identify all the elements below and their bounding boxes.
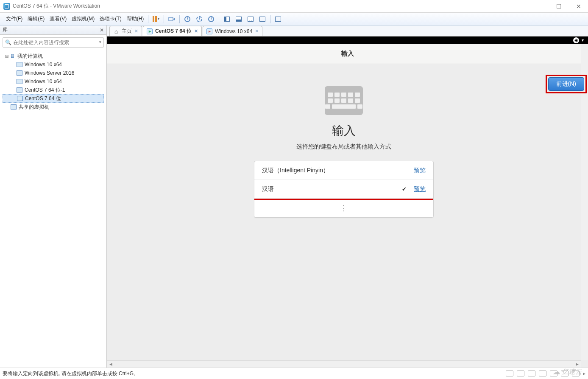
cloud-icon: ☁ — [552, 367, 560, 376]
tab-centos[interactable]: CentOS 7 64 位 ✕ — [143, 26, 202, 36]
tray-network-icon[interactable] — [528, 371, 535, 376]
main-area: 主页 ✕ CentOS 7 64 位 ✕ Windows 10 x64 ✕ ◉ … — [107, 25, 588, 368]
menu-tabs[interactable]: 选项卡(T) — [97, 14, 124, 24]
tree-item-vm[interactable]: CentOS 7 64 位-1 — [3, 86, 104, 94]
library-close-button[interactable]: ✕ — [100, 27, 104, 33]
tab-bar: 主页 ✕ CentOS 7 64 位 ✕ Windows 10 x64 ✕ — [107, 25, 588, 36]
vm-icon — [16, 61, 23, 68]
option-label: 汉语 — [262, 185, 402, 193]
tab-windows10[interactable]: Windows 10 x64 ✕ — [203, 26, 262, 36]
gnome-subheading: 选择您的键盘布局或者其他输入方式 — [107, 143, 581, 151]
input-method-list: 汉语（Intelligent Pinyin） 预览 汉语 ✔ 预览 ⋮ — [254, 161, 434, 218]
console-view-button[interactable] — [273, 14, 284, 24]
watermark-text: 亿速云 — [562, 368, 582, 376]
tab-label: Windows 10 x64 — [215, 28, 252, 34]
more-icon: ⋮ — [340, 203, 348, 213]
library-search-input[interactable] — [3, 37, 104, 48]
vm-display[interactable]: 输入 输入 选择您的键盘布局或者其他输入方式 汉语（Intelligent Pi… — [107, 44, 588, 368]
tree-root-mycomputer[interactable]: ⊟ 我的计算机 — [3, 52, 104, 60]
status-text: 要将输入定向到该虚拟机, 请在虚拟机内部单击或按 Ctrl+G。 — [3, 370, 139, 377]
layout-sidebar-button[interactable] — [221, 14, 232, 24]
gnome-topbar: ◉ ▾ — [107, 36, 588, 44]
window-maximize-button[interactable]: ☐ — [553, 2, 565, 11]
tree-item-vm[interactable]: Windows Server 2016 — [3, 69, 104, 77]
tab-home[interactable]: 主页 ✕ — [109, 26, 142, 36]
tree-item-vm[interactable]: Windows 10 x64 — [3, 77, 104, 86]
tree-root-shared[interactable]: 共享的虚拟机 — [3, 103, 104, 111]
search-icon: 🔍 — [5, 39, 11, 45]
snapshot-button[interactable] — [182, 14, 193, 24]
annotation-highlight-next: 前进(N) — [546, 75, 587, 93]
vm-pause-button[interactable]: ▾ — [150, 14, 162, 24]
window-titlebar: CentOS 7 64 位 - VMware Workstation — ☐ ✕ — [0, 0, 588, 13]
tab-close-icon[interactable]: ✕ — [194, 28, 198, 34]
input-option-pinyin[interactable]: 汉语（Intelligent Pinyin） 预览 — [254, 161, 433, 180]
tab-close-icon[interactable]: ✕ — [134, 28, 138, 34]
tray-disk-icon[interactable] — [506, 371, 513, 376]
input-option-chinese[interactable]: 汉语 ✔ 预览 — [254, 180, 433, 199]
tree-item-label: CentOS 7 64 位 — [25, 95, 61, 102]
next-button[interactable]: 前进(N) — [548, 77, 584, 91]
vm-running-icon — [147, 28, 153, 34]
computer-icon — [9, 53, 16, 59]
keyboard-icon — [325, 86, 363, 115]
window-close-button[interactable]: ✕ — [573, 2, 585, 11]
fullscreen-button[interactable] — [245, 14, 256, 24]
window-minimize-button[interactable]: — — [532, 2, 545, 11]
menu-file[interactable]: 文件(F) — [3, 14, 25, 24]
tab-label: CentOS 7 64 位 — [155, 28, 192, 35]
tree-item-label: Windows 10 x64 — [25, 62, 62, 67]
tree-item-label: CentOS 7 64 位-1 — [25, 87, 65, 94]
library-tree: ⊟ 我的计算机 Windows 10 x64 Windows Server 20… — [0, 50, 106, 113]
library-header: 库 ✕ — [0, 25, 106, 35]
option-label: 汉语（Intelligent Pinyin） — [262, 167, 414, 174]
watermark: ☁ 亿速云 — [552, 367, 582, 376]
menu-view[interactable]: 查看(V) — [47, 14, 69, 24]
layout-thumbnail-button[interactable] — [233, 14, 244, 24]
check-icon: ✔ — [402, 186, 409, 192]
preview-link[interactable]: 预览 — [414, 167, 426, 174]
scrollbar-horizontal[interactable]: ◀ ▶ — [107, 360, 581, 368]
svg-rect-0 — [169, 17, 173, 21]
tree-root-label: 我的计算机 — [17, 53, 43, 60]
accessibility-icon[interactable]: ◉ — [573, 37, 579, 43]
collapse-icon[interactable]: ⊟ — [4, 54, 9, 59]
window-title: CentOS 7 64 位 - VMware Workstation — [13, 3, 532, 10]
revert-snapshot-button[interactable] — [194, 14, 205, 24]
topbar-menu-icon[interactable]: ▾ — [582, 38, 584, 42]
library-title: 库 — [3, 26, 8, 34]
vmware-app-icon — [3, 3, 10, 10]
scroll-right-icon[interactable]: ▶ — [574, 362, 580, 367]
tray-cd-icon[interactable] — [517, 371, 524, 376]
gnome-header-title: 输入 — [341, 50, 354, 58]
more-options-button[interactable]: ⋮ — [254, 199, 433, 217]
gnome-body: 输入 选择您的键盘布局或者其他输入方式 汉语（Intelligent Pinyi… — [107, 71, 581, 360]
send-input-button[interactable] — [166, 14, 177, 24]
vm-icon — [16, 87, 23, 93]
tree-item-vm[interactable]: Windows 10 x64 — [3, 60, 104, 69]
home-icon — [113, 28, 119, 34]
status-bar: 要将输入定向到该虚拟机, 请在虚拟机内部单击或按 Ctrl+G。 ▸ — [0, 368, 588, 379]
tree-item-label: Windows 10 x64 — [25, 79, 62, 84]
menu-edit[interactable]: 编辑(E) — [25, 14, 47, 24]
preview-link[interactable]: 预览 — [414, 185, 426, 193]
library-panel: 库 ✕ 🔍 ▾ ⊟ 我的计算机 Windows 10 x64 Windows S… — [0, 25, 107, 368]
scroll-left-icon[interactable]: ◀ — [108, 362, 114, 367]
unity-button[interactable] — [257, 14, 268, 24]
tray-usb-icon[interactable] — [539, 371, 546, 376]
tree-item-vm-selected[interactable]: CentOS 7 64 位 — [3, 94, 104, 103]
tab-label: 主页 — [122, 28, 132, 35]
tree-shared-label: 共享的虚拟机 — [19, 104, 49, 111]
menu-help[interactable]: 帮助(H) — [124, 14, 147, 24]
snapshot-manager-button[interactable] — [206, 14, 217, 24]
vm-icon — [16, 78, 23, 85]
menu-bar: 文件(F) 编辑(E) 查看(V) 虚拟机(M) 选项卡(T) 帮助(H) ▾ — [0, 13, 588, 25]
vm-stopped-icon — [206, 28, 212, 34]
vm-icon — [17, 95, 23, 102]
tree-item-label: Windows Server 2016 — [25, 70, 74, 76]
tray-chevron-icon[interactable]: ▸ — [583, 371, 585, 376]
gnome-header-bar: 输入 — [107, 44, 588, 64]
tab-close-icon[interactable]: ✕ — [255, 28, 259, 34]
menu-vm[interactable]: 虚拟机(M) — [69, 14, 97, 24]
search-dropdown-icon[interactable]: ▾ — [99, 40, 101, 44]
